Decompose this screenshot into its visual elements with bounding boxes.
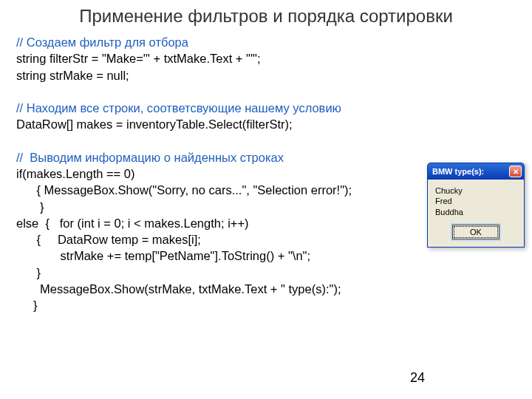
list-item: Fred — [435, 196, 516, 206]
code-line: if(makes.Length == 0) — [16, 167, 135, 180]
message-box-titlebar[interactable]: BMW type(s): ✕ — [427, 163, 525, 180]
message-box-title: BMW type(s): — [432, 167, 484, 176]
page-title: Применение фильтров и порядка сортировки — [0, 6, 532, 27]
message-box-body: Chucky Fred Buddha OK — [427, 180, 525, 248]
code-line: } — [16, 266, 41, 279]
code-line: { DataRow temp = makes[i]; — [16, 233, 201, 246]
code-line: strMake += temp["PetName"].ToString() + … — [16, 249, 310, 262]
list-item: Buddha — [435, 207, 516, 217]
page-number: 24 — [410, 370, 425, 386]
code-comment: // Выводим информацию о найденных строка… — [16, 151, 284, 164]
code-line: string filterStr = "Make='" + txtMake.Te… — [16, 52, 261, 65]
ok-button[interactable]: OK — [452, 225, 499, 239]
code-line: } — [16, 200, 44, 214]
code-line: { MessageBox.Show("Sorry, no cars...", "… — [16, 183, 352, 197]
code-line: } — [16, 299, 37, 312]
code-comment: // Находим все строки, соответсвующие на… — [16, 101, 341, 115]
message-box-content: Chucky Fred Buddha — [435, 185, 516, 217]
code-line: else { for (int i = 0; i < makes.Length;… — [16, 216, 249, 230]
close-button[interactable]: ✕ — [509, 166, 522, 177]
list-item: Chucky — [435, 185, 516, 196]
code-line: MessageBox.Show(strMake, txtMake.Text + … — [16, 282, 341, 296]
message-box: BMW type(s): ✕ Chucky Fred Buddha OK — [427, 163, 525, 248]
close-icon: ✕ — [513, 168, 519, 176]
code-line: DataRow[] makes = inventoryTable.Select(… — [16, 117, 293, 131]
code-comment: // Создаем фильтр для отбора — [16, 35, 188, 49]
code-line: string strMake = null; — [16, 69, 129, 82]
